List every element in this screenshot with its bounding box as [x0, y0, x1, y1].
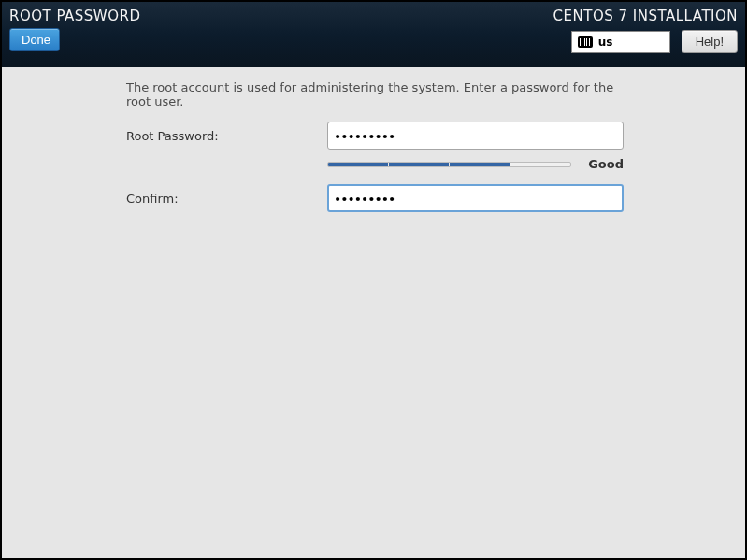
- strength-seg-4: [510, 163, 570, 166]
- strength-seg-2: [389, 163, 450, 166]
- description-text: The root account is used for administeri…: [126, 80, 624, 108]
- confirm-row: Confirm:: [126, 184, 624, 212]
- confirm-password-input[interactable]: [327, 184, 624, 212]
- strength-row: Good: [126, 157, 624, 171]
- root-password-input[interactable]: [327, 122, 624, 150]
- strength-seg-3: [450, 163, 510, 166]
- content-area: The root account is used for administeri…: [2, 67, 745, 212]
- installer-title: CENTOS 7 INSTALLATION: [553, 7, 738, 24]
- done-button[interactable]: Done: [9, 28, 60, 51]
- header-right-row: us Help!: [571, 30, 738, 53]
- page-title: ROOT PASSWORD: [9, 7, 140, 24]
- keyboard-icon: [578, 36, 593, 48]
- header-left: ROOT PASSWORD Done: [9, 7, 140, 60]
- header-bar: ROOT PASSWORD Done CENTOS 7 INSTALLATION…: [2, 2, 745, 67]
- password-strength-meter: [327, 162, 572, 167]
- password-label: Root Password:: [126, 129, 327, 143]
- strength-label: Good: [588, 157, 624, 171]
- keyboard-layout-selector[interactable]: us: [571, 31, 670, 53]
- header-right: CENTOS 7 INSTALLATION us Help!: [553, 7, 738, 60]
- strength-seg-1: [328, 163, 389, 166]
- confirm-label: Confirm:: [126, 192, 327, 206]
- help-button[interactable]: Help!: [682, 30, 738, 53]
- keyboard-layout-label: us: [598, 36, 613, 49]
- password-row: Root Password:: [126, 122, 624, 150]
